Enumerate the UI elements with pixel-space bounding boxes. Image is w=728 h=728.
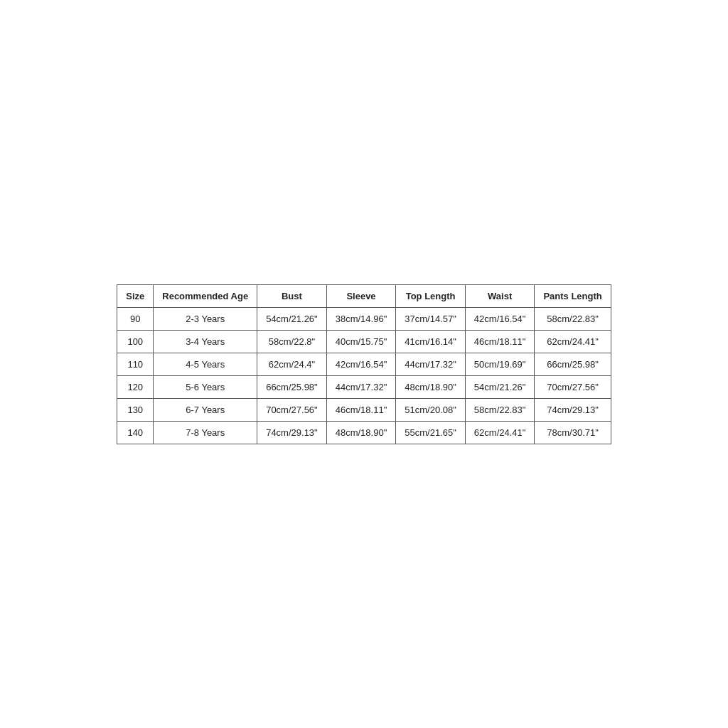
header-pants-length: Pants Length: [535, 284, 611, 307]
cell-age: 7-8 Years: [154, 421, 257, 444]
cell-top_length: 55cm/21.65": [396, 421, 466, 444]
header-top-length: Top Length: [396, 284, 466, 307]
table-row: 1104-5 Years62cm/24.4"42cm/16.54"44cm/17…: [117, 353, 611, 375]
cell-top_length: 48cm/18.90": [396, 375, 466, 398]
cell-pants_length: 74cm/29.13": [535, 398, 611, 421]
cell-age: 4-5 Years: [154, 353, 257, 375]
cell-pants_length: 62cm/24.41": [535, 330, 611, 353]
cell-pants_length: 66cm/25.98": [535, 353, 611, 375]
size-chart-container: Size Recommended Age Bust Sleeve Top Len…: [117, 284, 611, 444]
cell-size: 90: [117, 307, 154, 330]
table-row: 1306-7 Years70cm/27.56"46cm/18.11"51cm/2…: [117, 398, 611, 421]
cell-pants_length: 70cm/27.56": [535, 375, 611, 398]
cell-size: 130: [117, 398, 154, 421]
cell-size: 100: [117, 330, 154, 353]
cell-bust: 54cm/21.26": [257, 307, 327, 330]
header-bust: Bust: [257, 284, 327, 307]
cell-age: 5-6 Years: [154, 375, 257, 398]
cell-age: 6-7 Years: [154, 398, 257, 421]
table-row: 1003-4 Years58cm/22.8"40cm/15.75"41cm/16…: [117, 330, 611, 353]
table-header-row: Size Recommended Age Bust Sleeve Top Len…: [117, 284, 611, 307]
cell-size: 140: [117, 421, 154, 444]
header-sleeve: Sleeve: [326, 284, 396, 307]
cell-pants_length: 78cm/30.71": [535, 421, 611, 444]
cell-waist: 50cm/19.69": [465, 353, 535, 375]
cell-waist: 62cm/24.41": [465, 421, 535, 444]
cell-bust: 66cm/25.98": [257, 375, 327, 398]
cell-waist: 46cm/18.11": [465, 330, 535, 353]
table-row: 1407-8 Years74cm/29.13"48cm/18.90"55cm/2…: [117, 421, 611, 444]
cell-age: 3-4 Years: [154, 330, 257, 353]
cell-sleeve: 48cm/18.90": [326, 421, 396, 444]
table-row: 902-3 Years54cm/21.26"38cm/14.96"37cm/14…: [117, 307, 611, 330]
cell-bust: 58cm/22.8": [257, 330, 327, 353]
cell-sleeve: 44cm/17.32": [326, 375, 396, 398]
cell-waist: 58cm/22.83": [465, 398, 535, 421]
cell-pants_length: 58cm/22.83": [535, 307, 611, 330]
cell-sleeve: 38cm/14.96": [326, 307, 396, 330]
cell-top_length: 37cm/14.57": [396, 307, 466, 330]
size-chart-table: Size Recommended Age Bust Sleeve Top Len…: [117, 284, 611, 444]
cell-top_length: 41cm/16.14": [396, 330, 466, 353]
cell-waist: 54cm/21.26": [465, 375, 535, 398]
cell-bust: 62cm/24.4": [257, 353, 327, 375]
cell-bust: 74cm/29.13": [257, 421, 327, 444]
cell-top_length: 44cm/17.32": [396, 353, 466, 375]
cell-sleeve: 46cm/18.11": [326, 398, 396, 421]
cell-sleeve: 40cm/15.75": [326, 330, 396, 353]
cell-top_length: 51cm/20.08": [396, 398, 466, 421]
header-waist: Waist: [465, 284, 535, 307]
cell-sleeve: 42cm/16.54": [326, 353, 396, 375]
header-recommended-age: Recommended Age: [154, 284, 257, 307]
cell-size: 110: [117, 353, 154, 375]
header-size: Size: [117, 284, 154, 307]
cell-size: 120: [117, 375, 154, 398]
table-row: 1205-6 Years66cm/25.98"44cm/17.32"48cm/1…: [117, 375, 611, 398]
cell-bust: 70cm/27.56": [257, 398, 327, 421]
cell-age: 2-3 Years: [154, 307, 257, 330]
cell-waist: 42cm/16.54": [465, 307, 535, 330]
